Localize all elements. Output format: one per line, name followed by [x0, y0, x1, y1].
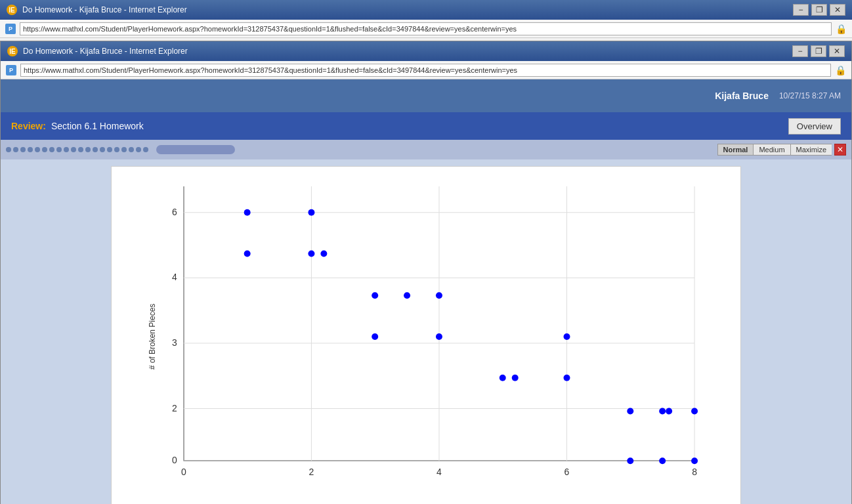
nav-dot[interactable]	[136, 147, 141, 152]
review-label: Review:	[11, 121, 46, 131]
maximize-view-button[interactable]: Maximize	[790, 144, 832, 156]
svg-text:6: 6	[564, 467, 570, 477]
nav-dot[interactable]	[85, 147, 91, 152]
svg-text:3: 3	[172, 337, 177, 348]
svg-text:2: 2	[172, 403, 177, 413]
medium-view-button[interactable]: Medium	[753, 144, 790, 156]
nav-dot[interactable]	[6, 147, 11, 152]
inner-restore-button[interactable]: ❐	[811, 45, 826, 57]
inner-page-icon: P	[6, 65, 16, 75]
svg-point-34	[564, 375, 570, 381]
svg-point-32	[500, 375, 506, 381]
minimize-button[interactable]: −	[793, 4, 809, 16]
svg-point-40	[659, 457, 666, 464]
overview-button[interactable]: Overview	[788, 118, 841, 135]
nav-scrollbar[interactable]	[156, 145, 235, 154]
close-button[interactable]: ✕	[830, 4, 845, 16]
nav-dot[interactable]	[64, 147, 69, 152]
nav-dot[interactable]	[93, 147, 98, 152]
nav-dot[interactable]	[121, 147, 127, 152]
nav-dot[interactable]	[129, 147, 134, 152]
nav-dot[interactable]	[71, 147, 76, 152]
navigation-dots	[6, 145, 717, 154]
svg-point-42	[691, 457, 698, 464]
inner-lock-icon: 🔒	[835, 65, 846, 75]
normal-view-button[interactable]: Normal	[717, 144, 754, 156]
svg-point-28	[372, 333, 378, 340]
svg-point-26	[320, 251, 327, 257]
svg-point-29	[404, 292, 410, 299]
svg-point-35	[564, 333, 570, 340]
svg-text:4: 4	[437, 467, 442, 477]
username: Kijafa Bruce	[715, 91, 769, 101]
inner-window-title: Do Homework - Kijafa Bruce - Internet Ex…	[23, 47, 188, 56]
svg-point-37	[659, 408, 666, 415]
svg-point-25	[308, 251, 314, 257]
nav-dot[interactable]	[114, 147, 119, 152]
inner-address-bar: P 🔒	[1, 61, 851, 79]
scatter-chart: 6 4 3 2 0 0 2 4 6 8	[151, 180, 708, 494]
nav-dot[interactable]	[100, 147, 105, 152]
nav-dot[interactable]	[20, 147, 26, 152]
app-header: Kijafa Bruce 10/27/15 8:27 AM	[1, 79, 851, 112]
svg-point-38	[666, 408, 672, 415]
svg-point-22	[244, 251, 251, 257]
restore-button[interactable]: ❐	[811, 4, 827, 16]
chart-container: # of Broken Pieces Batch Number	[111, 166, 741, 504]
nav-dot[interactable]	[42, 147, 47, 152]
svg-point-27	[372, 292, 378, 299]
svg-text:0: 0	[181, 467, 186, 477]
svg-point-41	[691, 408, 698, 415]
nav-dot[interactable]	[28, 147, 33, 152]
url-input[interactable]	[20, 22, 832, 35]
svg-text:0: 0	[172, 455, 177, 465]
nav-dot[interactable]	[13, 147, 18, 152]
inner-browser-icon: IE	[7, 46, 18, 56]
datetime: 10/27/15 8:27 AM	[779, 91, 841, 100]
svg-point-24	[308, 209, 314, 216]
address-bar: P 🔒	[0, 20, 852, 38]
svg-point-33	[512, 375, 519, 381]
lock-icon: 🔒	[836, 24, 847, 34]
inner-minimize-button[interactable]: −	[792, 45, 808, 57]
svg-point-36	[627, 408, 633, 415]
section-title: Section 6.1 Homework	[51, 121, 144, 131]
inner-title-bar: IE Do Homework - Kijafa Bruce - Internet…	[1, 41, 851, 61]
svg-text:4: 4	[172, 272, 177, 282]
nav-dot[interactable]	[56, 147, 62, 152]
main-content: # of Broken Pieces Batch Number	[1, 159, 851, 504]
nav-dot[interactable]	[78, 147, 83, 152]
page-icon: P	[5, 24, 16, 34]
toolbar-area: Normal Medium Maximize ✕	[1, 140, 851, 159]
svg-point-39	[627, 457, 633, 464]
review-banner: Review: Section 6.1 Homework Overview	[1, 112, 851, 140]
nav-dot[interactable]	[143, 147, 148, 152]
svg-text:2: 2	[309, 467, 314, 477]
svg-point-31	[436, 333, 442, 340]
svg-text:8: 8	[692, 467, 697, 477]
window-title: Do Homework - Kijafa Bruce - Internet Ex…	[22, 5, 187, 14]
inner-url-input[interactable]	[20, 64, 831, 77]
inner-close-button[interactable]: ✕	[829, 45, 845, 57]
nav-dot[interactable]	[35, 147, 40, 152]
svg-point-30	[436, 292, 442, 299]
chart-area: # of Broken Pieces Batch Number	[151, 180, 708, 494]
browser-icon: IE	[7, 5, 17, 15]
title-bar: IE Do Homework - Kijafa Bruce - Internet…	[0, 0, 852, 20]
svg-point-23	[244, 209, 251, 216]
panel-close-button[interactable]: ✕	[834, 144, 846, 156]
nav-dot[interactable]	[107, 147, 112, 152]
y-axis-label: # of Broken Pieces	[148, 304, 157, 370]
nav-dot[interactable]	[49, 147, 54, 152]
view-buttons: Normal Medium Maximize ✕	[717, 144, 846, 156]
svg-text:6: 6	[172, 207, 177, 217]
